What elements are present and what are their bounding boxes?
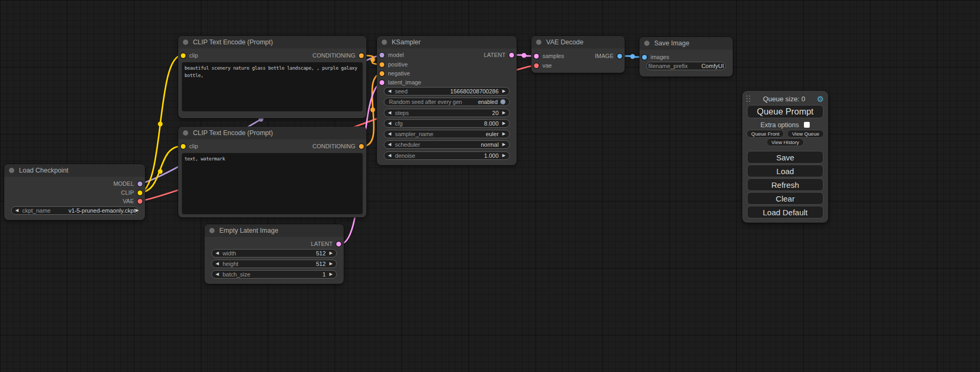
widget-value[interactable]: v1-5-pruned-emaonly.ckpt [69, 207, 135, 214]
decrement-arrow-icon[interactable]: ◀ [15, 208, 18, 213]
node-save-image[interactable]: Save Image images filename_prefix ComfyU… [639, 37, 733, 77]
extra-options-checkbox[interactable] [804, 122, 810, 128]
increment-arrow-icon[interactable]: ▶ [329, 272, 333, 276]
node-clip-text-encode-negative[interactable]: CLIP Text Encode (Prompt) clip CONDITION… [178, 127, 366, 217]
input-slot-clip[interactable] [181, 53, 186, 58]
widget-cfg[interactable]: ◀ cfg 8.000 ▶ [384, 119, 510, 128]
output-label-clip: CLIP [121, 189, 134, 196]
load-default-button[interactable]: Load Default [747, 206, 823, 218]
input-slot-images[interactable] [642, 55, 647, 60]
node-title-bar[interactable]: VAE Decode [531, 36, 625, 49]
clear-button[interactable]: Clear [747, 192, 823, 205]
graph-canvas[interactable]: Load Checkpoint MODEL CLIP VAE ◀ ckpt_na… [0, 0, 980, 372]
widget-width[interactable]: ◀ width 512 ▶ [211, 249, 337, 257]
settings-gear-icon[interactable]: ⚙ [817, 95, 824, 103]
node-empty-latent-image[interactable]: Empty Latent Image LATENT ◀ width 512 ▶ … [205, 224, 344, 284]
collapse-dot-icon[interactable] [183, 130, 188, 136]
widget-value[interactable]: 512 [316, 261, 325, 267]
widget-filename-prefix[interactable]: filename_prefix ComfyUI [646, 62, 726, 70]
collapse-dot-icon[interactable] [382, 40, 387, 45]
collapse-dot-icon[interactable] [9, 168, 14, 173]
widget-sampler-name[interactable]: ◀ sampler_name euler ▶ [384, 130, 510, 138]
queue-front-button[interactable]: Queue Front [746, 130, 784, 138]
decrement-arrow-icon[interactable]: ◀ [216, 272, 219, 276]
load-button[interactable]: Load [747, 165, 823, 177]
node-vae-decode[interactable]: VAE Decode samples IMAGE vae [531, 36, 625, 73]
increment-arrow-icon[interactable]: ▶ [502, 132, 506, 136]
node-title-bar[interactable]: Save Image [639, 37, 733, 50]
node-title-bar[interactable]: CLIP Text Encode (Prompt) [178, 36, 366, 49]
queue-prompt-button[interactable]: Queue Prompt [747, 105, 823, 118]
increment-arrow-icon[interactable]: ▶ [502, 154, 506, 158]
node-clip-text-encode-positive[interactable]: CLIP Text Encode (Prompt) clip CONDITION… [178, 36, 366, 118]
view-history-button[interactable]: View History [766, 138, 804, 146]
collapse-dot-icon[interactable] [209, 228, 215, 233]
output-slot-model[interactable] [138, 182, 142, 186]
widget-value[interactable]: ComfyUI [701, 63, 724, 69]
widget-scheduler[interactable]: ◀ scheduler normal ▶ [384, 140, 510, 149]
input-slot-latent-image[interactable] [380, 80, 384, 85]
input-slot-negative[interactable] [380, 71, 384, 76]
toggle-dot[interactable] [500, 99, 506, 104]
decrement-arrow-icon[interactable]: ◀ [216, 262, 219, 266]
view-queue-button[interactable]: View Queue [787, 130, 824, 138]
node-title-bar[interactable]: Load Checkpoint [4, 164, 145, 177]
widget-value[interactable]: 1.000 [484, 152, 499, 159]
prompt-textarea[interactable]: beautiful scenery nature glass bottle la… [182, 62, 363, 111]
decrement-arrow-icon[interactable]: ◀ [388, 121, 391, 126]
widget-denoise[interactable]: ◀ denoise 1.000 ▶ [384, 151, 510, 160]
collapse-dot-icon[interactable] [644, 41, 649, 46]
increment-arrow-icon[interactable]: ▶ [329, 251, 333, 255]
increment-arrow-icon[interactable]: ▶ [502, 142, 506, 147]
output-slot-latent[interactable] [509, 53, 514, 58]
widget-value[interactable]: euler [486, 131, 498, 137]
widget-steps[interactable]: ◀ steps 20 ▶ [384, 109, 510, 117]
input-slot-positive[interactable] [380, 62, 384, 67]
input-slot-clip[interactable] [181, 144, 186, 149]
output-slot-vae[interactable] [138, 199, 142, 204]
decrement-arrow-icon[interactable]: ◀ [216, 251, 219, 255]
increment-arrow-icon[interactable]: ▶ [135, 208, 139, 213]
output-slot-clip[interactable] [138, 190, 142, 195]
collapse-dot-icon[interactable] [183, 40, 188, 45]
drag-handle-icon[interactable] [746, 96, 751, 102]
widget-ckpt-name[interactable]: ◀ ckpt_name v1-5-pruned-emaonly.ckpt ▶ [11, 206, 138, 215]
decrement-arrow-icon[interactable]: ◀ [388, 89, 391, 93]
input-slot-vae[interactable] [534, 63, 539, 68]
collapse-dot-icon[interactable] [536, 40, 541, 45]
decrement-arrow-icon[interactable]: ◀ [388, 111, 391, 115]
node-title-bar[interactable]: CLIP Text Encode (Prompt) [178, 127, 366, 139]
output-slot-image[interactable] [617, 54, 622, 59]
widget-value[interactable]: 156680208700286 [450, 88, 499, 94]
output-slot-conditioning[interactable] [359, 144, 364, 149]
save-button[interactable]: Save [747, 151, 823, 164]
widget-height[interactable]: ◀ height 512 ▶ [211, 260, 337, 268]
node-title-bar[interactable]: Empty Latent Image [205, 224, 344, 237]
decrement-arrow-icon[interactable]: ◀ [388, 132, 391, 136]
refresh-button[interactable]: Refresh [747, 178, 823, 191]
output-slot-conditioning[interactable] [359, 53, 364, 58]
widget-value[interactable]: 512 [316, 250, 325, 256]
input-slot-samples[interactable] [534, 54, 539, 59]
increment-arrow-icon[interactable]: ▶ [502, 121, 506, 126]
decrement-arrow-icon[interactable]: ◀ [388, 154, 391, 158]
decrement-arrow-icon[interactable]: ◀ [388, 142, 391, 147]
input-slot-model[interactable] [380, 53, 384, 58]
widget-value[interactable]: 1 [323, 271, 326, 278]
increment-arrow-icon[interactable]: ▶ [502, 89, 506, 93]
node-load-checkpoint[interactable]: Load Checkpoint MODEL CLIP VAE ◀ ckpt_na… [4, 164, 145, 220]
increment-arrow-icon[interactable]: ▶ [329, 262, 333, 266]
prompt-textarea[interactable]: text, watermark [182, 153, 363, 214]
widget-batch-size[interactable]: ◀ batch_size 1 ▶ [211, 270, 337, 279]
widget-random-seed-toggle[interactable]: Random seed after every gen enabled [384, 98, 510, 106]
widget-seed[interactable]: ◀ seed 156680208700286 ▶ [384, 87, 510, 96]
increment-arrow-icon[interactable]: ▶ [502, 111, 506, 115]
node-ksampler[interactable]: KSampler model LATENT positive negative … [377, 36, 517, 165]
widget-value[interactable]: 20 [492, 110, 499, 116]
output-label-conditioning: CONDITIONING [313, 143, 355, 149]
widget-value[interactable]: 8.000 [484, 120, 499, 127]
extra-options-row: Extra options [745, 121, 825, 128]
node-title-bar[interactable]: KSampler [377, 36, 517, 49]
widget-value[interactable]: normal [481, 141, 499, 148]
output-slot-latent[interactable] [336, 242, 341, 246]
